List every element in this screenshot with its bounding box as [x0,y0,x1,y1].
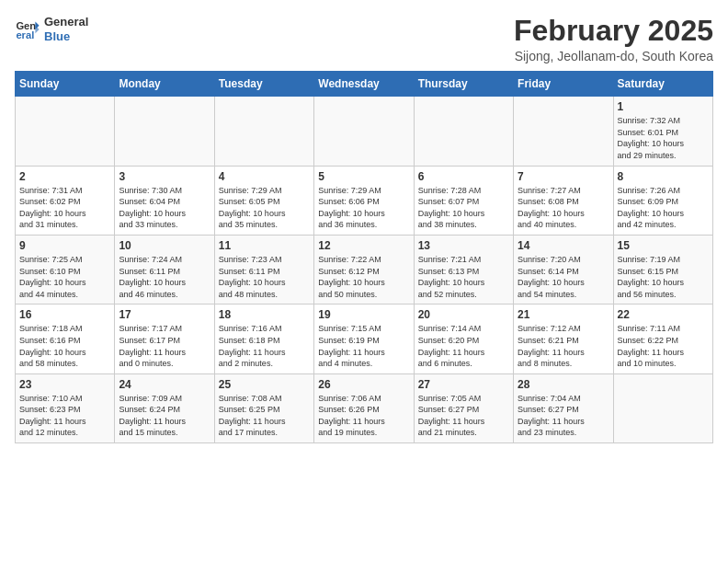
weekday-header-tuesday: Tuesday [214,72,313,97]
day-number: 18 [219,308,310,321]
day-number: 24 [119,378,210,391]
day-info: Sunrise: 7:28 AM Sunset: 6:07 PM Dayligh… [418,185,509,231]
logo-text: General Blue [44,15,88,43]
day-info: Sunrise: 7:24 AM Sunset: 6:11 PM Dayligh… [119,254,210,300]
day-info: Sunrise: 7:06 AM Sunset: 6:26 PM Dayligh… [318,393,409,439]
day-cell: 7Sunrise: 7:27 AM Sunset: 6:08 PM Daylig… [514,166,613,235]
day-info: Sunrise: 7:05 AM Sunset: 6:27 PM Dayligh… [418,393,509,439]
day-cell: 6Sunrise: 7:28 AM Sunset: 6:07 PM Daylig… [414,166,513,235]
weekday-header-wednesday: Wednesday [314,72,414,97]
day-cell [16,97,115,166]
day-info: Sunrise: 7:09 AM Sunset: 6:24 PM Dayligh… [119,393,210,439]
day-info: Sunrise: 7:23 AM Sunset: 6:11 PM Dayligh… [219,254,310,300]
day-info: Sunrise: 7:17 AM Sunset: 6:17 PM Dayligh… [119,323,210,369]
day-info: Sunrise: 7:21 AM Sunset: 6:13 PM Dayligh… [418,254,509,300]
week-row-2: 2Sunrise: 7:31 AM Sunset: 6:02 PM Daylig… [16,166,713,235]
day-number: 5 [318,170,409,183]
day-info: Sunrise: 7:11 AM Sunset: 6:22 PM Dayligh… [618,323,709,369]
day-number: 28 [518,378,609,391]
day-number: 12 [318,239,409,252]
day-cell: 18Sunrise: 7:16 AM Sunset: 6:18 PM Dayli… [214,304,313,373]
day-info: Sunrise: 7:26 AM Sunset: 6:09 PM Dayligh… [618,185,709,231]
day-number: 3 [119,170,210,183]
day-number: 23 [19,378,110,391]
day-cell: 28Sunrise: 7:04 AM Sunset: 6:27 PM Dayli… [514,373,613,442]
day-cell: 9Sunrise: 7:25 AM Sunset: 6:10 PM Daylig… [16,235,115,304]
day-info: Sunrise: 7:08 AM Sunset: 6:25 PM Dayligh… [219,393,310,439]
day-info: Sunrise: 7:29 AM Sunset: 6:05 PM Dayligh… [219,185,310,231]
day-cell: 2Sunrise: 7:31 AM Sunset: 6:02 PM Daylig… [16,166,115,235]
logo-icon: Gen eral [15,17,40,42]
day-number: 1 [618,100,709,113]
day-number: 26 [318,378,409,391]
day-cell: 27Sunrise: 7:05 AM Sunset: 6:27 PM Dayli… [414,373,513,442]
day-info: Sunrise: 7:20 AM Sunset: 6:14 PM Dayligh… [518,254,609,300]
month-title: February 2025 [514,15,713,47]
week-row-4: 16Sunrise: 7:18 AM Sunset: 6:16 PM Dayli… [16,304,713,373]
title-block: February 2025 Sijong, Jeollanam-do, Sout… [514,15,713,63]
day-number: 22 [618,308,709,321]
day-number: 19 [318,308,409,321]
day-info: Sunrise: 7:14 AM Sunset: 6:20 PM Dayligh… [418,323,509,369]
day-cell [314,97,414,166]
day-cell: 25Sunrise: 7:08 AM Sunset: 6:25 PM Dayli… [214,373,313,442]
weekday-header-row: SundayMondayTuesdayWednesdayThursdayFrid… [16,72,713,97]
day-number: 9 [19,239,110,252]
day-number: 7 [518,170,609,183]
day-info: Sunrise: 7:16 AM Sunset: 6:18 PM Dayligh… [219,323,310,369]
day-number: 4 [219,170,310,183]
day-cell: 19Sunrise: 7:15 AM Sunset: 6:19 PM Dayli… [314,304,414,373]
day-number: 13 [418,239,509,252]
day-number: 2 [19,170,110,183]
day-cell [414,97,513,166]
day-cell: 26Sunrise: 7:06 AM Sunset: 6:26 PM Dayli… [314,373,414,442]
day-info: Sunrise: 7:19 AM Sunset: 6:15 PM Dayligh… [618,254,709,300]
day-info: Sunrise: 7:32 AM Sunset: 6:01 PM Dayligh… [618,115,709,161]
day-info: Sunrise: 7:22 AM Sunset: 6:12 PM Dayligh… [318,254,409,300]
day-info: Sunrise: 7:27 AM Sunset: 6:08 PM Dayligh… [518,185,609,231]
day-number: 6 [418,170,509,183]
day-cell: 4Sunrise: 7:29 AM Sunset: 6:05 PM Daylig… [214,166,313,235]
weekday-header-thursday: Thursday [414,72,513,97]
day-cell: 20Sunrise: 7:14 AM Sunset: 6:20 PM Dayli… [414,304,513,373]
day-number: 20 [418,308,509,321]
day-number: 21 [518,308,609,321]
day-info: Sunrise: 7:12 AM Sunset: 6:21 PM Dayligh… [518,323,609,369]
location-subtitle: Sijong, Jeollanam-do, South Korea [514,49,713,63]
day-number: 8 [618,170,709,183]
day-cell: 8Sunrise: 7:26 AM Sunset: 6:09 PM Daylig… [613,166,712,235]
day-cell: 17Sunrise: 7:17 AM Sunset: 6:17 PM Dayli… [115,304,214,373]
day-cell [115,97,214,166]
day-info: Sunrise: 7:04 AM Sunset: 6:27 PM Dayligh… [518,393,609,439]
week-row-1: 1Sunrise: 7:32 AM Sunset: 6:01 PM Daylig… [16,97,713,166]
day-info: Sunrise: 7:10 AM Sunset: 6:23 PM Dayligh… [19,393,110,439]
day-number: 27 [418,378,509,391]
page-header: Gen eral General Blue February 2025 Sijo… [15,15,713,63]
day-info: Sunrise: 7:29 AM Sunset: 6:06 PM Dayligh… [318,185,409,231]
day-number: 14 [518,239,609,252]
day-info: Sunrise: 7:15 AM Sunset: 6:19 PM Dayligh… [318,323,409,369]
logo: Gen eral General Blue [15,15,88,43]
week-row-5: 23Sunrise: 7:10 AM Sunset: 6:23 PM Dayli… [16,373,713,442]
logo-line2: Blue [44,29,88,44]
day-number: 10 [119,239,210,252]
day-info: Sunrise: 7:18 AM Sunset: 6:16 PM Dayligh… [19,323,110,369]
day-cell: 12Sunrise: 7:22 AM Sunset: 6:12 PM Dayli… [314,235,414,304]
day-cell: 22Sunrise: 7:11 AM Sunset: 6:22 PM Dayli… [613,304,712,373]
day-number: 25 [219,378,310,391]
day-number: 16 [19,308,110,321]
day-info: Sunrise: 7:30 AM Sunset: 6:04 PM Dayligh… [119,185,210,231]
day-cell: 23Sunrise: 7:10 AM Sunset: 6:23 PM Dayli… [16,373,115,442]
day-cell [514,97,613,166]
day-number: 11 [219,239,310,252]
day-cell: 21Sunrise: 7:12 AM Sunset: 6:21 PM Dayli… [514,304,613,373]
day-cell: 24Sunrise: 7:09 AM Sunset: 6:24 PM Dayli… [115,373,214,442]
weekday-header-monday: Monday [115,72,214,97]
day-cell [613,373,712,442]
week-row-3: 9Sunrise: 7:25 AM Sunset: 6:10 PM Daylig… [16,235,713,304]
day-cell: 16Sunrise: 7:18 AM Sunset: 6:16 PM Dayli… [16,304,115,373]
day-number: 15 [618,239,709,252]
day-cell: 13Sunrise: 7:21 AM Sunset: 6:13 PM Dayli… [414,235,513,304]
logo-line1: General [44,15,88,29]
day-cell: 3Sunrise: 7:30 AM Sunset: 6:04 PM Daylig… [115,166,214,235]
